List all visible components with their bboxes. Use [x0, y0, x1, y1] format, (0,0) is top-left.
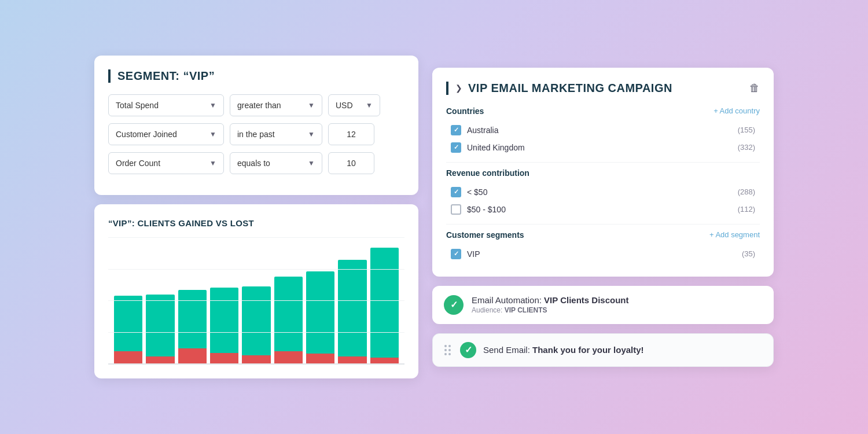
country-row-uk: United Kingdom (332): [446, 139, 760, 156]
automation-row: Email Automation: VIP Clients Discount A…: [444, 295, 762, 315]
campaign-title-row: ❯ VIP EMAIL MARKETING CAMPAIGN 🗑: [446, 82, 760, 95]
trash-icon[interactable]: 🗑: [749, 82, 760, 94]
checkbox-under50[interactable]: [451, 187, 461, 197]
add-segment-link[interactable]: + Add segment: [709, 230, 760, 239]
segment-vip-name: VIP: [467, 249, 480, 259]
divider-2: [446, 224, 760, 225]
revenue-row-under50: < $50 (288): [446, 183, 760, 201]
bar-gained: [146, 295, 174, 356]
bar-group: [210, 288, 238, 363]
filter-operator-1[interactable]: greater than ▼: [230, 94, 322, 116]
checkbox-vip[interactable]: [451, 249, 461, 259]
revenue-50to100-count: (112): [738, 205, 755, 214]
bar-group: [114, 296, 142, 363]
segment-vip-count: (35): [742, 249, 755, 258]
bar-gained: [114, 296, 142, 351]
revenue-label: Revenue contribution: [446, 168, 529, 178]
add-country-link[interactable]: + Add country: [713, 106, 760, 115]
divider-1: [446, 162, 760, 163]
bar-gained: [178, 290, 207, 348]
campaign-title: VIP EMAIL MARKETING CAMPAIGN: [468, 82, 744, 95]
drag-handle[interactable]: [444, 345, 451, 355]
country-australia-count: (155): [738, 126, 755, 134]
bar-lost: [306, 354, 334, 363]
bar-gained: [242, 286, 270, 355]
filter-value-1[interactable]: USD ▼: [328, 94, 380, 116]
countries-section-header: Countries + Add country: [446, 106, 760, 116]
send-email-check-icon: [460, 342, 476, 358]
bar-gained: [274, 277, 303, 351]
chevron-icon: ❯: [455, 83, 462, 93]
segment-title: SEGMENT: “VIP”: [108, 69, 404, 83]
filter-value-input-3[interactable]: [328, 152, 374, 174]
bar-lost: [178, 348, 207, 363]
dropdown-arrow: ▼: [308, 130, 315, 138]
segments-section-header: Customer segments + Add segment: [446, 230, 760, 240]
filter-row-1: Total Spend ▼ greater than ▼ USD ▼: [108, 94, 404, 116]
segment-card: SEGMENT: “VIP” Total Spend ▼ greater tha…: [94, 56, 418, 195]
filter-row-3: Order Count ▼ equals to ▼: [108, 152, 404, 174]
automation-prefix: Email Automation:: [472, 295, 544, 305]
bar-group: [146, 295, 174, 363]
bar-group: [178, 290, 207, 363]
automation-card: Email Automation: VIP Clients Discount A…: [432, 286, 774, 324]
right-column: ❯ VIP EMAIL MARKETING CAMPAIGN 🗑 Countri…: [432, 68, 774, 367]
segment-row-vip: VIP (35): [446, 245, 760, 263]
bar-lost: [370, 358, 399, 363]
revenue-50to100-name: $50 - $100: [467, 205, 506, 214]
filter-field-2[interactable]: Customer Joined ▼: [108, 123, 224, 145]
send-email-text: Send Email: Thank you for your loyalty!: [483, 345, 644, 355]
country-australia-name: Australia: [467, 126, 498, 135]
bar-group: [274, 277, 303, 363]
filter-operator-3[interactable]: equals to ▼: [230, 152, 322, 174]
country-uk-name: United Kingdom: [467, 143, 525, 152]
segments-label: Customer segments: [446, 230, 524, 240]
chart-card: “VIP”: CLIENTS GAINED VS LOST: [94, 204, 418, 378]
country-row-australia: Australia (155): [446, 122, 760, 139]
bar-lost: [114, 351, 142, 363]
revenue-under50-name: < $50: [467, 187, 487, 197]
automation-check-icon: [444, 295, 464, 315]
automation-name: VIP Clients Discount: [544, 295, 628, 305]
bar-group: [338, 260, 366, 363]
dropdown-arrow: ▼: [308, 101, 315, 109]
audience-value: VIP CLIENTS: [505, 306, 547, 314]
bar-gained: [210, 288, 238, 353]
checkbox-australia[interactable]: [451, 125, 461, 135]
bar-group: [306, 271, 334, 364]
dropdown-arrow: ▼: [366, 101, 373, 109]
country-uk-count: (332): [738, 143, 755, 152]
filter-field-1[interactable]: Total Spend ▼: [108, 94, 224, 116]
send-email-content: Thank you for your loyalty!: [532, 345, 644, 355]
bar-lost: [146, 356, 174, 363]
revenue-section-header: Revenue contribution: [446, 168, 760, 178]
send-email-prefix: Send Email:: [483, 345, 532, 355]
automation-text: Email Automation: VIP Clients Discount: [472, 295, 628, 305]
chart-title: “VIP”: CLIENTS GAINED VS LOST: [108, 218, 404, 228]
campaign-card: ❯ VIP EMAIL MARKETING CAMPAIGN 🗑 Countri…: [432, 68, 774, 277]
bar-lost: [274, 351, 303, 363]
filter-operator-2[interactable]: in the past ▼: [230, 123, 322, 145]
filter-value-input-2[interactable]: [328, 123, 374, 145]
bar-gained: [306, 271, 334, 354]
countries-label: Countries: [446, 106, 484, 116]
bar-group: [370, 248, 399, 363]
chart-area: [108, 237, 404, 365]
send-email-card: Send Email: Thank you for your loyalty!: [432, 333, 774, 367]
audience-label: Audience:: [472, 306, 505, 314]
bar-gained: [338, 260, 366, 356]
automation-info: Email Automation: VIP Clients Discount A…: [472, 295, 628, 314]
filter-field-3[interactable]: Order Count ▼: [108, 152, 224, 174]
revenue-row-50to100: $50 - $100 (112): [446, 201, 760, 218]
revenue-under50-count: (288): [738, 187, 755, 196]
dropdown-arrow: ▼: [308, 159, 315, 167]
checkbox-50to100[interactable]: [451, 204, 461, 215]
bar-lost: [242, 355, 270, 363]
bar-group: [242, 286, 270, 363]
bar-gained: [370, 248, 399, 358]
automation-audience: Audience: VIP CLIENTS: [472, 306, 628, 314]
checkbox-uk[interactable]: [451, 142, 461, 153]
dropdown-arrow: ▼: [209, 101, 216, 109]
send-email-row: Send Email: Thank you for your loyalty!: [444, 342, 762, 358]
dropdown-arrow: ▼: [209, 130, 216, 138]
